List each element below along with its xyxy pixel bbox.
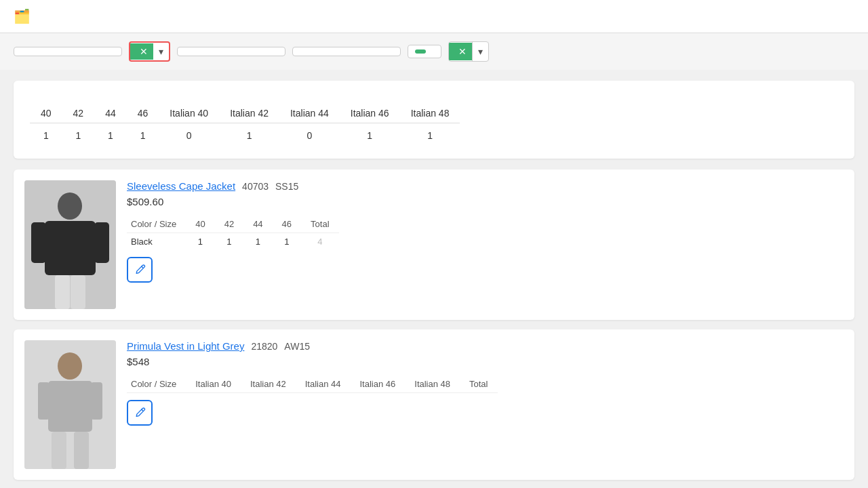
variant-table: Color / SizeItalian 40Italian 42Italian … bbox=[127, 375, 498, 393]
variant-header: Italian 40 bbox=[186, 375, 241, 393]
main-content: 40424446Italian 40Italian 42Italian 44It… bbox=[0, 70, 868, 488]
product-season: SS15 bbox=[275, 181, 298, 192]
variant-header: Italian 46 bbox=[351, 375, 406, 393]
product-name-link[interactable]: Primula Vest in Light Grey bbox=[127, 340, 244, 352]
product-code: 40703 bbox=[242, 181, 269, 192]
size-count: 1 bbox=[340, 123, 400, 146]
size-count: 1 bbox=[62, 123, 95, 146]
size-count: 0 bbox=[159, 123, 219, 146]
variant-cell: 1 bbox=[243, 233, 272, 251]
size-header: 46 bbox=[127, 104, 159, 123]
product-name-link[interactable]: Sleeveless Cape Jacket bbox=[127, 180, 235, 192]
product-code: 21820 bbox=[251, 341, 277, 352]
vendor-filter[interactable] bbox=[177, 47, 285, 56]
svg-point-1 bbox=[58, 192, 82, 220]
status-filter[interactable] bbox=[408, 45, 441, 58]
variant-header: Italian 42 bbox=[241, 375, 296, 393]
product-details: Primula Vest in Light Grey21820AW15$548C… bbox=[127, 340, 844, 469]
size-count: 0 bbox=[279, 123, 340, 146]
svg-rect-4 bbox=[94, 222, 109, 263]
variant-header: Color / Size bbox=[127, 216, 186, 233]
size-header: 44 bbox=[94, 104, 127, 123]
product-details: Sleeveless Cape Jacket40703SS15$509.60Co… bbox=[127, 180, 844, 309]
variant-header: 40 bbox=[186, 216, 214, 233]
svg-point-8 bbox=[58, 352, 82, 380]
product-name-row: Sleeveless Cape Jacket40703SS15 bbox=[127, 180, 844, 192]
inventory-card: 40424446Italian 40Italian 42Italian 44It… bbox=[14, 81, 854, 159]
edit-button[interactable] bbox=[127, 257, 153, 283]
svg-rect-12 bbox=[38, 382, 50, 420]
variant-cell: 1 bbox=[273, 233, 301, 251]
svg-rect-6 bbox=[71, 275, 85, 309]
collection-filter[interactable] bbox=[14, 47, 122, 56]
variant-cell: 1 bbox=[215, 233, 243, 251]
product-price: $509.60 bbox=[127, 196, 844, 207]
category-tag: ✕ bbox=[130, 43, 153, 60]
variant-table: Color / Size40424446TotalBlack11114 bbox=[127, 216, 339, 250]
products-icon: 🗂️ bbox=[14, 8, 31, 24]
product-card: Primula Vest in Light Grey21820AW15$548C… bbox=[14, 329, 854, 480]
variant-header: 42 bbox=[215, 216, 243, 233]
channel-tag: ✕ bbox=[449, 43, 472, 60]
size-counts-row: 111101011 bbox=[30, 123, 460, 146]
product-card: Sleeveless Cape Jacket40703SS15$509.60Co… bbox=[14, 169, 854, 320]
filters-bar: ✕ ▾ ✕ ▾ bbox=[0, 33, 868, 70]
product-price: $548 bbox=[127, 356, 844, 367]
channel-arrow[interactable]: ▾ bbox=[472, 42, 488, 61]
variant-header: Total bbox=[460, 375, 497, 393]
product-image bbox=[24, 340, 116, 469]
svg-rect-5 bbox=[55, 275, 70, 309]
size-header: 42 bbox=[62, 104, 95, 123]
product-image bbox=[24, 180, 116, 309]
size-count: 1 bbox=[94, 123, 127, 146]
variant-cell: Black bbox=[127, 233, 186, 251]
svg-rect-10 bbox=[52, 432, 66, 469]
product-season: AW15 bbox=[284, 341, 310, 352]
edit-icon bbox=[134, 407, 146, 419]
size-count: 1 bbox=[127, 123, 159, 146]
variant-cell: 4 bbox=[301, 233, 338, 251]
svg-rect-9 bbox=[48, 381, 92, 432]
size-count: 1 bbox=[30, 123, 62, 146]
edit-button[interactable] bbox=[127, 400, 153, 426]
size-header: Italian 44 bbox=[279, 104, 340, 123]
category-filter[interactable]: ✕ ▾ bbox=[129, 41, 170, 62]
edit-icon bbox=[134, 264, 146, 276]
size-header: Italian 48 bbox=[400, 104, 460, 123]
size-header: 40 bbox=[30, 104, 62, 123]
category-arrow[interactable]: ▾ bbox=[153, 43, 169, 60]
page-header: 🗂️ bbox=[0, 0, 868, 33]
size-count: 1 bbox=[400, 123, 460, 146]
inventory-table: 40424446Italian 40Italian 42Italian 44It… bbox=[30, 104, 460, 145]
category-close-button[interactable]: ✕ bbox=[140, 47, 148, 56]
size-header: Italian 40 bbox=[159, 104, 219, 123]
product-name-row: Primula Vest in Light Grey21820AW15 bbox=[127, 340, 844, 352]
variant-header: Color / Size bbox=[127, 375, 186, 393]
variant-header: Italian 44 bbox=[296, 375, 351, 393]
variant-header: Total bbox=[301, 216, 338, 233]
variant-cell: 1 bbox=[186, 233, 214, 251]
size-headers-row: 40424446Italian 40Italian 42Italian 44It… bbox=[30, 104, 460, 123]
svg-rect-11 bbox=[74, 432, 89, 469]
svg-rect-3 bbox=[31, 222, 46, 263]
svg-rect-13 bbox=[91, 382, 102, 420]
channel-filter[interactable]: ✕ ▾ bbox=[448, 41, 489, 62]
svg-rect-2 bbox=[45, 221, 96, 275]
products-list: Sleeveless Cape Jacket40703SS15$509.60Co… bbox=[14, 169, 854, 480]
size-count: 1 bbox=[219, 123, 279, 146]
variant-header: 44 bbox=[243, 216, 272, 233]
channel-close-button[interactable]: ✕ bbox=[458, 47, 467, 56]
season-filter[interactable] bbox=[292, 47, 401, 56]
variant-header: 46 bbox=[273, 216, 301, 233]
size-header: Italian 46 bbox=[340, 104, 400, 123]
variant-header: Italian 48 bbox=[405, 375, 460, 393]
size-header: Italian 42 bbox=[219, 104, 279, 123]
status-tag bbox=[415, 49, 426, 54]
